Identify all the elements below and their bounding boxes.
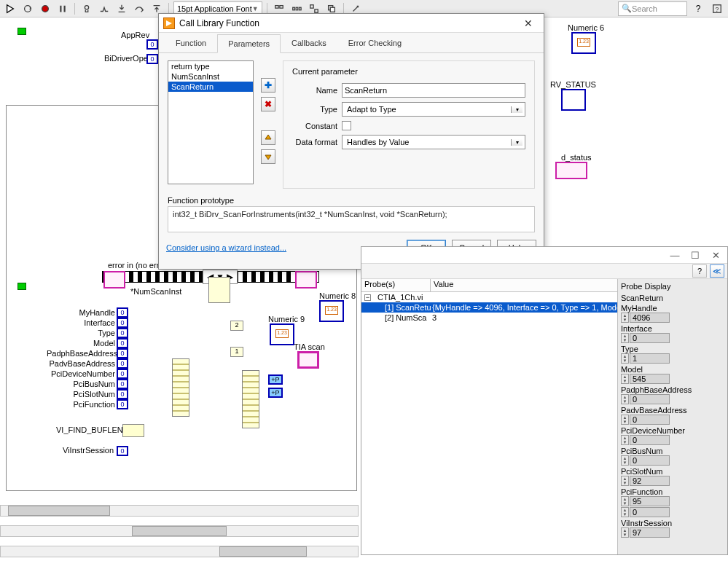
collapse-icon[interactable]: −: [364, 294, 371, 301]
move-down-button[interactable]: [261, 149, 275, 164]
unbundle-node[interactable]: [242, 370, 259, 428]
move-up-button[interactable]: [261, 130, 275, 145]
ctrl-term[interactable]: 0: [117, 379, 128, 389]
ctrl-viinstr[interactable]: 0: [117, 446, 128, 456]
constant-checkbox[interactable]: [342, 121, 351, 130]
probe-collapse-icon[interactable]: ≪: [710, 264, 724, 278]
terminal-boxes: 0 0 0 0 0 0 0 0 0 0: [117, 307, 128, 409]
add-param-button[interactable]: ✚: [261, 78, 275, 93]
ind-tia[interactable]: [297, 351, 319, 369]
probe-row-1[interactable]: [1] ScanRetu {MyHandle => 4096, Interfac…: [361, 302, 617, 313]
step-over-icon[interactable]: [132, 1, 146, 16]
tab-function[interactable]: Function: [165, 34, 217, 52]
delete-param-button[interactable]: ✖: [261, 97, 275, 111]
run-icon[interactable]: [3, 1, 17, 16]
label-vifind: VI_FIND_BUFLEN: [56, 425, 123, 434]
ctrl-term[interactable]: 0: [117, 348, 128, 358]
label-viinstr: ViInstrSession: [63, 446, 114, 455]
ctrl-term[interactable]: 0: [117, 358, 128, 369]
probe-field-value[interactable]: ▲▼0: [621, 333, 724, 343]
probe-field-value[interactable]: ▲▼4096: [621, 313, 724, 323]
search-input[interactable]: 🔍 Search: [618, 1, 687, 16]
svg-rect-11: [330, 7, 334, 12]
probe-window: — ☐ ✕ ? ≪ Probe(s) Value − CTIA_1Ch.vi: [361, 246, 728, 555]
probe-field-value[interactable]: ▲▼0: [621, 394, 724, 404]
highlight-icon[interactable]: [79, 1, 94, 16]
indicator-rvstatus[interactable]: [561, 89, 586, 111]
probe-field-value[interactable]: ▲▼97: [621, 527, 724, 538]
const-vifind[interactable]: [122, 424, 144, 437]
probe-field-label: Type: [621, 345, 724, 353]
name-label: Name: [292, 86, 342, 95]
ctrl-term[interactable]: 0: [117, 369, 128, 379]
tab-error-checking[interactable]: Error Checking: [337, 34, 412, 52]
probe-2[interactable]: +P: [268, 388, 283, 398]
bd-scroll-3[interactable]: [0, 546, 359, 557]
clfn-node[interactable]: [208, 277, 230, 303]
ind-numeric9[interactable]: 1.23: [270, 323, 294, 345]
label-dstatus: d_status: [561, 153, 592, 162]
ind-errorout[interactable]: [295, 271, 317, 289]
indicator-dstatus[interactable]: [555, 162, 587, 179]
probe-toolbar: ? ≪: [361, 263, 727, 279]
ctrl-term[interactable]: 0: [117, 389, 128, 399]
const-true-2[interactable]: [17, 283, 26, 290]
bd-scroll-2[interactable]: [0, 525, 359, 537]
ctrl-apprev[interactable]: 0: [146, 39, 158, 50]
ctrl-errorin[interactable]: [103, 271, 125, 289]
bd-scroll-1[interactable]: [0, 505, 359, 517]
bundle-node[interactable]: [172, 358, 189, 417]
maximize-icon[interactable]: ☐: [686, 248, 704, 262]
close-icon[interactable]: ✕: [517, 15, 539, 31]
svg-rect-3: [275, 5, 278, 8]
context-help-icon[interactable]: ?: [709, 1, 725, 17]
param-scanreturn[interactable]: ScanReturn: [168, 82, 253, 92]
proto-label: Function prototype: [168, 196, 535, 205]
tab-callbacks[interactable]: Callbacks: [281, 34, 337, 52]
probe-field-value[interactable]: ▲▼95: [621, 496, 724, 506]
probe-field-value[interactable]: ▲▼0: [621, 455, 724, 466]
probe-field-label: PadvBaseAddress: [621, 406, 724, 415]
ctrl-term[interactable]: 0: [117, 318, 128, 328]
probe-field-value[interactable]: ▲▼545: [621, 374, 724, 384]
help-icon[interactable]: ?: [690, 1, 706, 17]
name-input[interactable]: ScanReturn: [342, 83, 525, 98]
tab-parameters[interactable]: Parameters: [217, 34, 281, 53]
run-cont-icon[interactable]: [20, 1, 35, 16]
svg-text:?: ?: [716, 5, 719, 12]
param-return[interactable]: return type: [168, 61, 253, 71]
svg-rect-9: [315, 9, 318, 12]
minimize-icon[interactable]: —: [666, 248, 684, 262]
abort-icon[interactable]: [38, 1, 52, 16]
probe-row-2[interactable]: [2] NumSca 3: [361, 313, 617, 323]
ctrl-bidrv[interactable]: 0: [146, 54, 158, 64]
param-numscan[interactable]: NumScanInst: [168, 71, 253, 82]
ind-numeric8[interactable]: 1.23: [319, 300, 344, 322]
probe-field-value[interactable]: ▲▼1: [621, 353, 724, 364]
probe-field-value[interactable]: ▲▼92: [621, 476, 724, 486]
probe-field-value[interactable]: ▲▼0: [621, 415, 724, 425]
probe-1[interactable]: +P: [268, 374, 283, 385]
parameter-list[interactable]: return type NumScanInst ScanReturn: [168, 60, 254, 184]
step-into-icon[interactable]: [114, 1, 129, 16]
label-numeric9: Numeric 9: [268, 315, 305, 323]
retain-icon[interactable]: [97, 1, 111, 16]
dialog-tabs: Function Parameters Callbacks Error Chec…: [159, 33, 544, 53]
close-probe-icon[interactable]: ✕: [707, 248, 724, 262]
const-true[interactable]: [17, 28, 26, 35]
ctrl-term[interactable]: 0: [117, 328, 128, 338]
label-numscan: *NumScanInst: [130, 287, 181, 296]
pause-icon[interactable]: [55, 1, 70, 16]
label-rvstatus: RV_STATUS: [550, 80, 596, 89]
probe-tree[interactable]: − CTIA_1Ch.vi [1] ScanRetu {MyHandle => …: [361, 292, 617, 554]
ctrl-term[interactable]: 0: [117, 338, 128, 348]
indicator-numeric6[interactable]: 1.23: [571, 32, 596, 54]
ctrl-term[interactable]: 0: [117, 307, 128, 318]
format-combo[interactable]: Handles by Value▾: [342, 135, 525, 149]
ctrl-term[interactable]: 0: [117, 399, 128, 409]
type-combo[interactable]: Adapt to Type▾: [342, 102, 525, 117]
probe-field-value[interactable]: ▲▼0: [621, 507, 724, 517]
probe-help-icon[interactable]: ?: [692, 264, 707, 278]
wizard-link[interactable]: Consider using a wizard instead...: [166, 243, 286, 252]
probe-field-value[interactable]: ▲▼0: [621, 435, 724, 445]
